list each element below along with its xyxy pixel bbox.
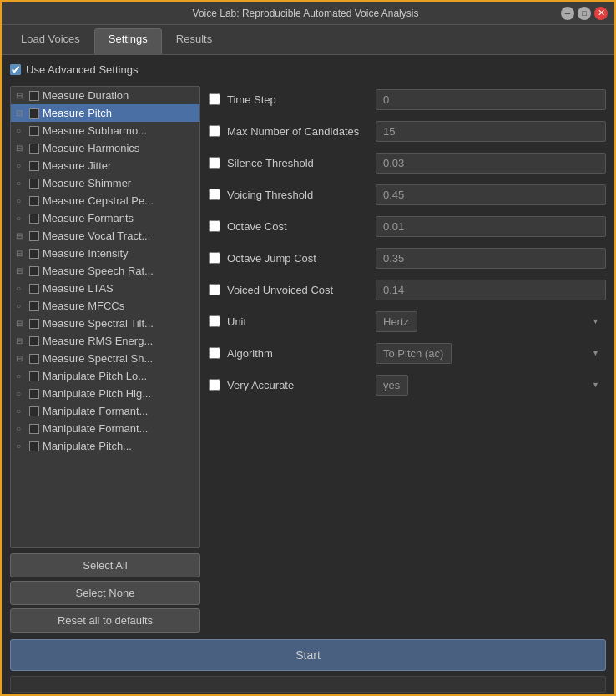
select-all-button[interactable]: Select All	[10, 553, 200, 577]
setting-select-very-accurate[interactable]: yes	[376, 375, 408, 396]
list-item-checkbox[interactable]	[29, 371, 39, 381]
setting-checkbox-octave-cost[interactable]	[209, 220, 220, 232]
list-item[interactable]: ○Manipulate Pitch...	[11, 437, 199, 455]
start-button[interactable]: Start	[10, 639, 606, 671]
left-panel: ⊟Measure Duration⊟Measure Pitch○Measure …	[10, 86, 200, 633]
list-item-checkbox[interactable]	[29, 161, 39, 171]
list-item[interactable]: ⊟Measure RMS Energ...	[11, 332, 199, 350]
list-item[interactable]: ⊟Measure Duration	[11, 87, 199, 104]
two-pane: ⊟Measure Duration⊟Measure Pitch○Measure …	[10, 86, 606, 633]
list-item-checkbox[interactable]	[29, 354, 39, 364]
list-item[interactable]: ⊟Measure Speech Rat...	[11, 262, 199, 280]
tab-load-voices[interactable]: Load Voices	[7, 28, 94, 54]
list-item-checkbox[interactable]	[29, 126, 39, 136]
list-item-expand-icon: ○	[16, 126, 26, 135]
list-item[interactable]: ⊟Measure Vocal Tract...	[11, 227, 199, 245]
list-item-checkbox[interactable]	[29, 249, 39, 259]
setting-input-silence-threshold[interactable]	[376, 153, 606, 174]
close-button[interactable]: ✕	[594, 7, 608, 20]
setting-checkbox-time-step[interactable]	[209, 93, 220, 105]
list-item[interactable]: ○Manipulate Pitch Lo...	[11, 367, 199, 385]
setting-select-algorithm[interactable]: To Pitch (ac)	[376, 343, 452, 364]
list-item-checkbox[interactable]	[29, 179, 39, 189]
setting-checkbox-octave-jump-cost[interactable]	[209, 252, 220, 264]
setting-input-max-candidates[interactable]	[376, 121, 606, 142]
list-item-expand-icon: ○	[16, 441, 26, 451]
list-item-expand-icon: ○	[16, 371, 26, 381]
setting-checkbox-voiced-unvoiced-cost[interactable]	[209, 284, 220, 295]
list-item-checkbox[interactable]	[29, 214, 39, 224]
minimize-button[interactable]: ─	[561, 7, 574, 20]
list-item-expand-icon: ○	[16, 301, 26, 310]
list-item-checkbox[interactable]	[29, 196, 39, 206]
tab-bar: Load Voices Settings Results	[2, 25, 614, 55]
list-item-expand-icon: ○	[16, 406, 26, 416]
list-item-checkbox[interactable]	[29, 144, 39, 154]
tab-results[interactable]: Results	[162, 28, 226, 54]
setting-input-voicing-threshold[interactable]	[376, 184, 606, 205]
setting-label-voicing-threshold: Voicing Threshold	[227, 189, 369, 201]
setting-row-silence-threshold: Silence Threshold	[209, 149, 606, 176]
setting-label-unit: Unit	[227, 315, 369, 328]
list-item-checkbox[interactable]	[29, 284, 39, 294]
list-item-checkbox[interactable]	[29, 389, 39, 399]
list-item[interactable]: ○Measure Subharmo...	[11, 122, 199, 139]
setting-checkbox-algorithm[interactable]	[209, 347, 220, 359]
list-item-checkbox[interactable]	[29, 108, 39, 119]
setting-checkbox-silence-threshold[interactable]	[209, 157, 220, 169]
setting-row-unit: UnitHertz	[209, 308, 606, 335]
list-item-checkbox[interactable]	[29, 336, 39, 346]
setting-input-octave-jump-cost[interactable]	[376, 248, 606, 269]
list-item[interactable]: ○Measure Cepstral Pe...	[11, 192, 199, 209]
reset-defaults-button[interactable]: Reset all to defaults	[10, 608, 200, 633]
main-content: Use Advanced Settings ⊟Measure Duration⊟…	[2, 55, 614, 696]
setting-checkbox-very-accurate[interactable]	[209, 379, 220, 391]
list-item[interactable]: ○Measure Shimmer	[11, 174, 199, 192]
list-item-checkbox[interactable]	[29, 441, 39, 451]
list-item-label: Measure Spectral Sh...	[43, 352, 153, 365]
setting-input-time-step[interactable]	[376, 89, 606, 110]
measure-list[interactable]: ⊟Measure Duration⊟Measure Pitch○Measure …	[10, 86, 200, 548]
setting-input-octave-cost[interactable]	[376, 216, 606, 237]
maximize-button[interactable]: □	[578, 7, 591, 20]
list-item-label: Measure Spectral Tilt...	[43, 317, 154, 330]
list-item[interactable]: ○Measure Formants	[11, 209, 199, 227]
list-item-label: Measure Shimmer	[43, 177, 131, 189]
list-item[interactable]: ⊟Measure Spectral Sh...	[11, 350, 199, 367]
setting-label-time-step: Time Step	[227, 93, 369, 106]
list-item[interactable]: ○Manipulate Formant...	[11, 402, 199, 420]
list-item[interactable]: ⊟Measure Intensity	[11, 245, 199, 262]
list-item-expand-icon: ⊟	[16, 231, 26, 240]
list-item[interactable]: ○Manipulate Pitch Hig...	[11, 385, 199, 402]
select-none-button[interactable]: Select None	[10, 581, 200, 605]
list-item-expand-icon: ○	[16, 284, 26, 293]
advanced-settings-checkbox[interactable]	[10, 64, 21, 75]
list-item[interactable]: ○Measure Jitter	[11, 157, 199, 174]
list-item-checkbox[interactable]	[29, 231, 39, 241]
setting-checkbox-unit[interactable]	[209, 315, 220, 327]
list-item-expand-icon: ○	[16, 179, 26, 188]
list-item-label: Measure RMS Energ...	[43, 335, 153, 347]
setting-label-algorithm: Algorithm	[227, 347, 369, 360]
setting-checkbox-max-candidates[interactable]	[209, 125, 220, 137]
list-item[interactable]: ○Manipulate Formant...	[11, 420, 199, 437]
list-item-expand-icon: ○	[16, 424, 26, 433]
list-item[interactable]: ○Measure MFCCs	[11, 297, 199, 315]
list-item-checkbox[interactable]	[29, 319, 39, 329]
list-item-checkbox[interactable]	[29, 424, 39, 434]
setting-input-voiced-unvoiced-cost[interactable]	[376, 280, 606, 300]
setting-select-wrapper-very-accurate: yes	[376, 375, 606, 396]
list-item[interactable]: ⊟Measure Harmonics	[11, 139, 199, 157]
list-item-label: Measure LTAS	[43, 282, 114, 295]
list-item[interactable]: ○Measure LTAS	[11, 280, 199, 297]
list-item-checkbox[interactable]	[29, 266, 39, 276]
list-item-checkbox[interactable]	[29, 91, 39, 101]
setting-checkbox-voicing-threshold[interactable]	[209, 189, 220, 200]
setting-select-unit[interactable]: Hertz	[376, 311, 417, 332]
setting-row-octave-jump-cost: Octave Jump Cost	[209, 245, 606, 271]
tab-settings[interactable]: Settings	[94, 28, 162, 54]
list-item[interactable]: ⊟Measure Pitch	[11, 104, 199, 122]
list-item[interactable]: ⊟Measure Spectral Tilt...	[11, 315, 199, 332]
list-item-checkbox[interactable]	[29, 406, 39, 416]
list-item-checkbox[interactable]	[29, 301, 39, 311]
